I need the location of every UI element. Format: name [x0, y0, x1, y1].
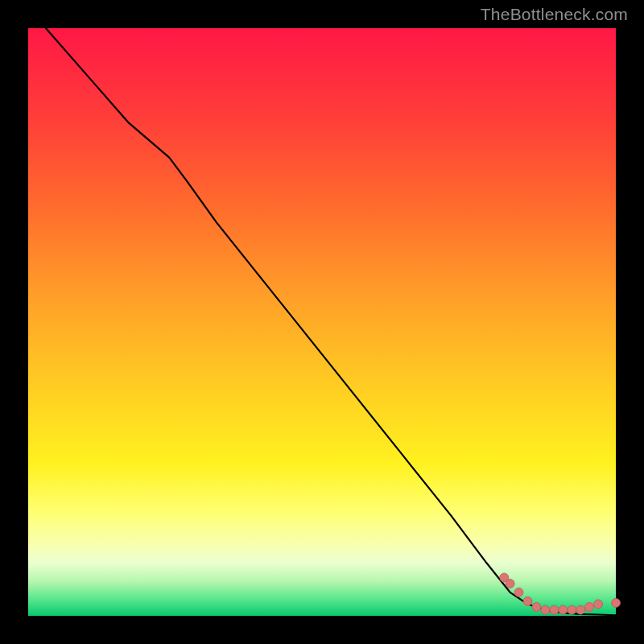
scatter-dot — [576, 605, 585, 614]
scatter-dot — [523, 597, 532, 605]
chart-svg — [28, 28, 616, 616]
scatter-dot — [559, 605, 568, 614]
scatter-dot — [594, 600, 603, 609]
scatter-dot — [612, 598, 621, 607]
plot-area — [28, 28, 616, 616]
chart-frame: TheBottleneck.com — [0, 0, 644, 644]
scatter-dots — [500, 573, 621, 614]
scatter-dot — [532, 603, 541, 612]
watermark-text: TheBottleneck.com — [481, 5, 628, 24]
scatter-dot — [506, 579, 514, 588]
scatter-dot — [568, 605, 576, 614]
scatter-dot — [550, 605, 559, 614]
scatter-dot — [541, 605, 550, 614]
scatter-dot — [585, 603, 594, 612]
bottleneck-curve — [46, 28, 616, 615]
scatter-dot — [514, 588, 523, 597]
